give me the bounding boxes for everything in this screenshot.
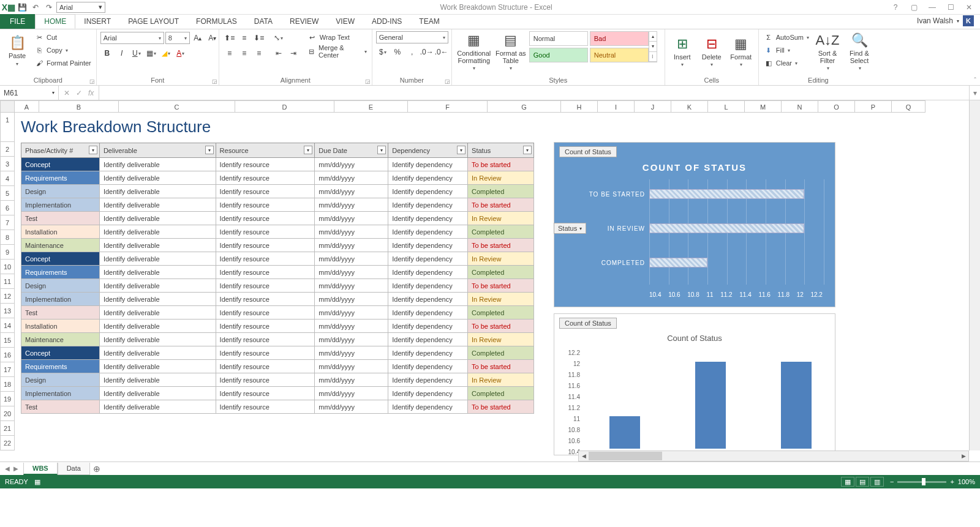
col-header-A[interactable]: A — [15, 100, 39, 113]
style-normal[interactable]: Normal — [529, 31, 588, 46]
wbs-header-dependency[interactable]: Dependency▾ — [388, 143, 468, 158]
cancel-formula-icon[interactable]: ✕ — [64, 89, 70, 97]
tab-review[interactable]: REVIEW — [281, 14, 327, 29]
comma-icon[interactable]: , — [405, 45, 419, 59]
fill-button[interactable]: ⬇Fill ▾ — [763, 44, 810, 56]
font-name-combo[interactable]: Arial▾ — [100, 32, 164, 44]
increase-decimal-icon[interactable]: .0→ — [420, 45, 434, 59]
normal-view-icon[interactable]: ▦ — [841, 477, 854, 487]
help-icon[interactable]: ? — [889, 3, 902, 12]
col-header-D[interactable]: D — [235, 100, 334, 113]
font-color-icon[interactable]: A▾ — [174, 47, 187, 60]
sort-filter-button[interactable]: A↓ZSort & Filter▾ — [813, 31, 842, 72]
tab-data[interactable]: DATA — [246, 14, 281, 29]
tab-home[interactable]: HOME — [35, 14, 75, 29]
col-header-E[interactable]: E — [334, 100, 408, 113]
col-header-L[interactable]: L — [708, 100, 745, 113]
gallery-scroll[interactable]: ▴▾⁞ — [649, 31, 657, 62]
delete-button[interactable]: ⊟Delete▾ — [698, 31, 725, 72]
scroll-thumb[interactable] — [589, 452, 662, 460]
find-select-button[interactable]: 🔍Find & Select▾ — [845, 31, 874, 72]
filter-icon[interactable]: ▾ — [457, 146, 466, 154]
col-header-G[interactable]: G — [488, 100, 561, 113]
ribbon-display-icon[interactable]: ▢ — [908, 3, 920, 12]
horizontal-scrollbar[interactable]: ◀ ▶ — [578, 450, 969, 462]
merge-center-button[interactable]: ⊟Merge & Center ▾ — [306, 45, 368, 58]
filter-icon[interactable]: ▾ — [523, 146, 532, 154]
status-filter[interactable]: Status▾ — [554, 223, 586, 234]
tab-formulas[interactable]: FORMULAS — [187, 14, 246, 29]
col-header-N[interactable]: N — [782, 100, 818, 113]
style-neutral[interactable]: Neutral — [590, 48, 649, 62]
table-row[interactable]: InstallationIdentify deliverableIdentify… — [21, 320, 534, 333]
col-header-I[interactable]: I — [598, 100, 635, 113]
table-row[interactable]: DesignIdentify deliverableIdentify resou… — [21, 373, 534, 387]
table-row[interactable]: TestIdentify deliverableIdentify resourc… — [21, 212, 534, 225]
row-header-4[interactable]: 4 — [0, 171, 15, 186]
indent-decrease-icon[interactable]: ⇤ — [272, 47, 285, 60]
macro-record-icon[interactable]: ▦ — [34, 478, 40, 486]
save-icon[interactable]: 💾 — [16, 1, 28, 13]
table-row[interactable]: MaintenanceIdentify deliverableIdentify … — [21, 239, 534, 252]
zoom-in-icon[interactable]: + — [950, 478, 954, 485]
underline-icon[interactable]: U▾ — [130, 47, 143, 60]
col-header-B[interactable]: B — [39, 100, 119, 113]
conditional-formatting-button[interactable]: ▦ Conditional Formatting▾ — [456, 31, 492, 72]
autosum-button[interactable]: ΣAutoSum ▾ — [763, 31, 810, 43]
format-as-table-button[interactable]: ▤ Format as Table▾ — [495, 31, 527, 72]
tab-team[interactable]: TEAM — [410, 14, 448, 29]
paste-button[interactable]: 📋 Paste▾ — [4, 31, 31, 72]
insert-button[interactable]: ⊞Insert▾ — [669, 31, 696, 72]
sheet-nav[interactable]: ◀▶ — [0, 465, 23, 472]
sheet-tab-wbs[interactable]: WBS — [23, 463, 58, 475]
wbs-header-deliverable[interactable]: Deliverable▾ — [99, 143, 216, 158]
indent-increase-icon[interactable]: ⇥ — [287, 47, 300, 60]
row-header-14[interactable]: 14 — [0, 318, 15, 333]
align-right-icon[interactable]: ≡ — [252, 47, 266, 60]
align-left-icon[interactable]: ≡ — [223, 47, 236, 60]
zoom-control[interactable]: − + 100% — [890, 478, 975, 485]
align-bottom-icon[interactable]: ⬇≡ — [252, 31, 266, 45]
name-box[interactable]: M61▾ — [0, 86, 59, 100]
row-header-6[interactable]: 6 — [0, 201, 15, 215]
expand-formula-icon[interactable]: ▾ — [969, 86, 980, 100]
scroll-right-icon[interactable]: ▶ — [959, 451, 968, 461]
page-layout-view-icon[interactable]: ▤ — [856, 477, 869, 487]
table-row[interactable]: ConceptIdentify deliverableIdentify reso… — [21, 158, 534, 171]
table-row[interactable]: ImplementationIdentify deliverableIdenti… — [21, 387, 534, 400]
format-button[interactable]: ▦Format▾ — [728, 31, 755, 72]
table-row[interactable]: RequirementsIdentify deliverableIdentify… — [21, 171, 534, 185]
maximize-icon[interactable]: ☐ — [944, 3, 957, 12]
percent-icon[interactable]: % — [391, 45, 404, 59]
tab-view[interactable]: VIEW — [327, 14, 363, 29]
align-middle-icon[interactable]: ≡ — [238, 31, 251, 45]
col-header-F[interactable]: F — [408, 100, 488, 113]
chart-count-of-status-horizontal[interactable]: Count of Status COUNT OF STATUS TO BE ST… — [554, 142, 835, 307]
tab-add-ins[interactable]: ADD-INS — [363, 14, 410, 29]
style-bad[interactable]: Bad — [590, 31, 649, 46]
vertical-scrollbar[interactable] — [969, 100, 980, 450]
row-header-10[interactable]: 10 — [0, 260, 15, 274]
tab-insert[interactable]: INSERT — [75, 14, 119, 29]
row-header-17[interactable]: 17 — [0, 362, 15, 377]
col-header-K[interactable]: K — [671, 100, 708, 113]
wbs-header-resource[interactable]: Resource▾ — [216, 143, 315, 158]
row-header-2[interactable]: 2 — [0, 142, 15, 157]
scroll-left-icon[interactable]: ◀ — [579, 451, 589, 461]
wbs-header-status[interactable]: Status▾ — [468, 143, 534, 158]
table-row[interactable]: RequirementsIdentify deliverableIdentify… — [21, 360, 534, 373]
shrink-font-icon[interactable]: A▾ — [206, 31, 219, 45]
add-sheet-button[interactable]: ⊕ — [90, 464, 104, 474]
cell-styles-gallery[interactable]: Normal Bad Good Neutral — [529, 31, 649, 62]
cut-button[interactable]: ✂Cut — [33, 31, 92, 43]
redo-icon[interactable]: ↷ — [43, 1, 55, 13]
table-row[interactable]: DesignIdentify deliverableIdentify resou… — [21, 185, 534, 198]
row-header-12[interactable]: 12 — [0, 289, 15, 304]
filter-icon[interactable]: ▾ — [89, 146, 97, 154]
row-header-19[interactable]: 19 — [0, 392, 15, 406]
wbs-header-due-date[interactable]: Due Date▾ — [315, 143, 388, 158]
qat-font-combo[interactable]: Arial▾ — [56, 2, 105, 13]
row-header-15[interactable]: 15 — [0, 333, 15, 348]
collapse-ribbon-icon[interactable]: ˆ — [974, 77, 976, 84]
row-header-8[interactable]: 8 — [0, 230, 15, 245]
